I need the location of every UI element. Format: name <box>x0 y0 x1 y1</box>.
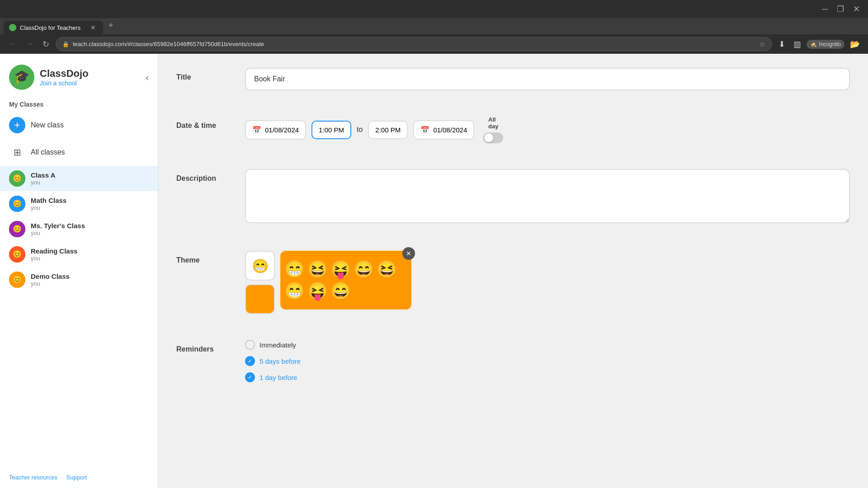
start-time-field[interactable]: 1:00 PM <box>311 121 351 139</box>
sidebar-item-math-class[interactable]: 😊 Math Class you <box>0 191 158 216</box>
main-content: Title Date & time 📅 01/08/2024 1:00 PM <box>158 54 868 488</box>
end-date-field[interactable]: 📅 01/08/2024 <box>413 120 474 140</box>
restore-button[interactable]: ❐ <box>834 2 847 16</box>
browser-titlebar: ─ ❐ ✕ <box>0 0 868 18</box>
title-label: Title <box>176 68 231 81</box>
reminders-label: Reminders <box>176 340 231 353</box>
end-date-calendar-icon: 📅 <box>420 126 429 134</box>
svg-text:😊: 😊 <box>13 275 22 284</box>
sidebar-brand: ClassDojo Join a school <box>40 68 89 87</box>
emoji-4: 😄 <box>353 259 374 279</box>
incognito-icon: 🕵 <box>810 41 817 47</box>
reminder-5-days-label: 5 days before <box>259 357 301 365</box>
to-label: to <box>357 126 363 134</box>
theme-preview-image: 😁 😆 😝 😄 😆 😁 😝 😄 <box>280 251 411 310</box>
form-area: Title Date & time 📅 01/08/2024 1:00 PM <box>158 55 868 395</box>
svg-text:😊: 😊 <box>13 250 22 258</box>
datetime-controls: 📅 01/08/2024 1:00 PM to 2:00 PM 📅 01/0 <box>245 116 850 143</box>
incognito-badge: 🕵 Incognito <box>807 40 844 49</box>
support-link[interactable]: Support <box>66 474 87 481</box>
allday-section: Allday <box>483 116 503 143</box>
active-tab[interactable]: ClassDojo for Teachers ✕ <box>4 21 103 34</box>
end-time-field[interactable]: 2:00 PM <box>368 121 408 139</box>
ms-tylers-avatar: 😊 <box>9 221 25 237</box>
classdojo-logo: 🎓 <box>9 65 34 90</box>
emoji-1: 😁 <box>284 259 305 279</box>
math-class-sub: you <box>31 204 66 211</box>
new-tab-button[interactable]: + <box>104 21 118 34</box>
tab-close-button[interactable]: ✕ <box>89 23 98 32</box>
sidebar-item-class-a[interactable]: 😊 Class A you <box>0 166 158 191</box>
reading-class-info: Reading Class you <box>31 247 77 262</box>
title-controls <box>245 68 850 90</box>
class-a-avatar: 😊 <box>9 170 25 187</box>
footer-separator: · <box>61 474 63 481</box>
reminder-5-days-radio[interactable] <box>245 356 255 366</box>
svg-text:😊: 😊 <box>13 199 22 208</box>
theme-color-button[interactable] <box>245 284 275 314</box>
sidebar: 🎓 ClassDojo Join a school ‹ My Classes +… <box>0 54 158 488</box>
emoji-8: 😄 <box>330 281 351 301</box>
sidebar-item-reading-class[interactable]: 😊 Reading Class you <box>0 242 158 267</box>
all-classes-item[interactable]: ⊞ All classes <box>0 139 158 166</box>
sidebar-item-demo-class[interactable]: 😊 Demo Class you <box>0 267 158 292</box>
toolbar-icons: ⬇ ▥ 🕵 Incognito 📂 <box>776 38 863 51</box>
allday-label: Allday <box>488 116 498 130</box>
theme-close-icon: ✕ <box>406 250 411 257</box>
sidebar-icon[interactable]: ▥ <box>791 38 804 51</box>
demo-class-sub: you <box>31 280 70 287</box>
reminder-immediately: Immediately <box>245 340 850 350</box>
math-class-avatar: 😊 <box>9 196 25 212</box>
tab-favicon <box>9 24 16 31</box>
theme-preview: 😁 😆 😝 😄 😆 😁 😝 😄 <box>280 251 411 310</box>
browser-tab-bar: ClassDojo for Teachers ✕ + <box>0 18 868 34</box>
reading-class-name: Reading Class <box>31 247 77 255</box>
browser-chrome: ─ ❐ ✕ ClassDojo for Teachers ✕ + ← → ↻ 🔒… <box>0 0 868 54</box>
close-button[interactable]: ✕ <box>850 2 863 16</box>
back-button[interactable]: ← <box>5 38 19 51</box>
emoji-pattern: 😁 😆 😝 😄 😆 😁 😝 😄 <box>280 256 411 305</box>
reload-button[interactable]: ↻ <box>40 38 52 51</box>
theme-row: Theme 😁 😁 <box>176 238 850 327</box>
datetime-label: Date & time <box>176 116 231 130</box>
download-icon[interactable]: ⬇ <box>776 38 788 51</box>
bookmarks-icon[interactable]: 📂 <box>847 38 863 51</box>
sidebar-collapse-button[interactable]: ‹ <box>146 72 149 83</box>
join-school-link[interactable]: Join a school <box>40 80 89 87</box>
reminder-5-days: 5 days before <box>245 356 850 366</box>
emoji-6: 😁 <box>284 281 305 301</box>
theme-emoji-button[interactable]: 😁 <box>245 251 275 281</box>
title-row: Title <box>176 55 850 103</box>
class-a-info: Class A you <box>31 171 55 186</box>
browser-toolbar: ← → ↻ 🔒 teach.classdojo.com/#/classes/65… <box>0 34 868 54</box>
sidebar-item-ms-tylers-class[interactable]: 😊 Ms. Tyler's Class you <box>0 216 158 242</box>
svg-text:😊: 😊 <box>13 225 22 233</box>
reminder-immediately-radio[interactable] <box>245 340 255 350</box>
all-classes-label: All classes <box>31 148 65 156</box>
theme-selectors: 😁 <box>245 251 275 314</box>
forward-button[interactable]: → <box>23 38 36 51</box>
demo-class-avatar: 😊 <box>9 272 25 288</box>
new-class-item[interactable]: + New class <box>0 112 158 139</box>
grid-icon: ⊞ <box>9 144 25 160</box>
theme-close-button[interactable]: ✕ <box>402 247 415 260</box>
allday-toggle[interactable] <box>483 132 503 143</box>
start-date-field[interactable]: 📅 01/08/2024 <box>245 120 306 140</box>
datetime-row: Date & time 📅 01/08/2024 1:00 PM to 2:00… <box>176 103 850 156</box>
minimize-button[interactable]: ─ <box>819 2 830 16</box>
start-date-calendar-icon: 📅 <box>252 126 261 134</box>
emoji-icon: 😁 <box>252 258 269 274</box>
sidebar-footer: Teacher resources · Support <box>0 467 158 488</box>
description-textarea[interactable] <box>245 169 850 223</box>
address-bar[interactable]: 🔒 teach.classdojo.com/#/classes/65982e10… <box>56 37 772 51</box>
svg-text:😊: 😊 <box>13 174 22 183</box>
bookmark-icon[interactable]: ☆ <box>759 40 765 48</box>
reminder-1-day-radio[interactable] <box>245 372 255 382</box>
teacher-resources-link[interactable]: Teacher resources <box>9 474 57 481</box>
my-classes-label: My Classes <box>0 97 158 112</box>
description-row: Description <box>176 156 850 238</box>
brand-name: ClassDojo <box>40 68 89 80</box>
title-input[interactable] <box>245 68 850 90</box>
toggle-knob <box>484 133 493 142</box>
start-time-value: 1:00 PM <box>319 126 344 134</box>
